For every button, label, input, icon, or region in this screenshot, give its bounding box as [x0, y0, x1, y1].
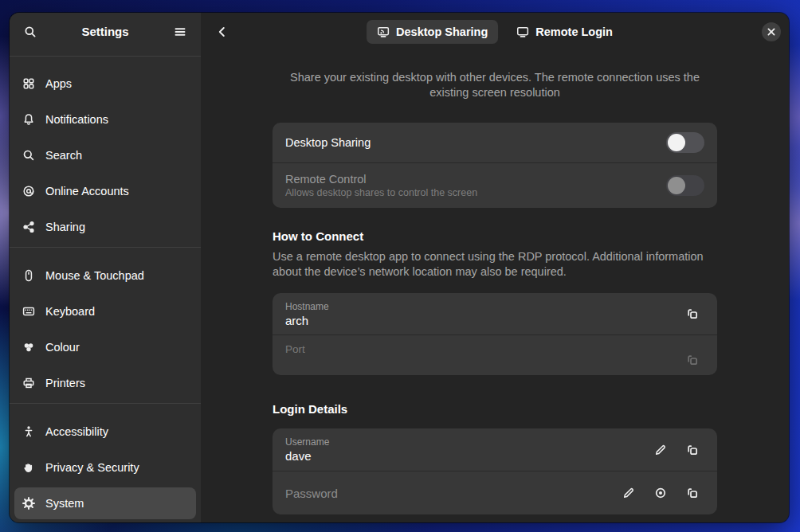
sidebar-item-label: Sharing	[45, 221, 85, 233]
chevron-left-icon	[216, 25, 229, 38]
pencil-icon	[622, 487, 635, 499]
how-to-connect-heading: How to Connect	[273, 229, 717, 243]
screen-share-icon	[377, 25, 390, 38]
remote-control-toggle	[666, 175, 704, 196]
tab-label: Remote Login	[535, 25, 613, 38]
copy-password-button[interactable]	[680, 481, 704, 505]
sidebar-item-label: Keyboard	[45, 305, 95, 318]
remote-control-subtitle: Allows desktop shares to control the scr…	[285, 187, 666, 198]
sidebar-item-keyboard[interactable]: Keyboard	[14, 295, 196, 327]
monitor-icon	[516, 25, 529, 38]
sidebar-item-label: Mouse & Touchpad	[45, 269, 144, 282]
sidebar-item-sharing[interactable]: Sharing	[14, 211, 196, 243]
copy-icon	[686, 307, 699, 320]
copy-icon	[686, 487, 699, 499]
remote-control-row: Remote Control Allows desktop shares to …	[273, 162, 717, 208]
keyboard-icon	[22, 305, 35, 318]
bell-icon	[22, 113, 35, 126]
hand-icon	[22, 461, 35, 474]
reveal-password-button[interactable]	[649, 481, 673, 505]
sidebar-title: Settings	[44, 25, 167, 38]
username-label: Username	[285, 436, 649, 448]
sidebar-item-online-accounts[interactable]: Online Accounts	[14, 175, 196, 207]
desktop-sharing-label: Desktop Sharing	[285, 136, 666, 149]
toggle-knob	[668, 134, 685, 151]
search-icon	[24, 25, 37, 38]
sidebar-item-system[interactable]: System	[14, 487, 196, 519]
sidebar-item-privacy-security[interactable]: Privacy & Security	[14, 452, 196, 483]
main-menu-button[interactable]	[167, 18, 194, 45]
sidebar-item-colour[interactable]: Colour	[14, 331, 196, 363]
accessibility-icon	[22, 425, 35, 438]
copy-port-button	[680, 348, 704, 372]
hostname-value: arch	[285, 314, 680, 327]
sidebar-list: Apps Notifications Search Online Account…	[10, 57, 201, 522]
sidebar-item-notifications[interactable]: Notifications	[14, 104, 196, 135]
how-to-connect-description: Use a remote desktop app to connect usin…	[273, 249, 717, 280]
password-row: Password	[273, 471, 717, 514]
desktop-sharing-toggle[interactable]	[666, 132, 704, 153]
toggle-knob	[668, 177, 685, 194]
login-details-heading: Login Details	[273, 402, 717, 416]
tab-remote-login[interactable]: Remote Login	[506, 20, 623, 44]
sidebar-item-label: Search	[45, 149, 82, 162]
sidebar-item-label: Notifications	[45, 113, 108, 126]
hostname-row: Hostname arch	[273, 293, 717, 334]
copy-icon	[686, 444, 699, 456]
sidebar-section-divider	[10, 247, 201, 248]
copy-icon	[686, 354, 699, 366]
copy-hostname-button[interactable]	[680, 302, 704, 326]
eye-icon	[654, 487, 667, 499]
sidebar-item-label: Online Accounts	[45, 185, 129, 198]
remote-control-label: Remote Control	[285, 173, 666, 186]
sidebar-item-printers[interactable]: Printers	[14, 367, 196, 399]
color-icon	[22, 341, 35, 354]
share-icon	[22, 221, 35, 233]
sidebar-item-label: Printers	[45, 377, 85, 389]
sidebar-item-apps[interactable]: Apps	[14, 68, 196, 100]
edit-username-button[interactable]	[649, 438, 673, 462]
sidebar-item-label: Accessibility	[45, 425, 108, 438]
at-icon	[22, 185, 35, 198]
magnifier-icon	[22, 149, 35, 162]
sidebar-item-accessibility[interactable]: Accessibility	[14, 416, 196, 448]
hamburger-icon	[174, 25, 186, 38]
header-bar: Desktop Sharing Remote Login	[201, 13, 789, 51]
content-pane: Desktop Sharing Remote Login Share your …	[201, 13, 789, 522]
login-fields-group: Username dave Password	[273, 428, 717, 514]
sidebar-item-label: Colour	[45, 341, 80, 354]
printer-icon	[22, 377, 35, 389]
back-button[interactable]	[209, 18, 236, 45]
pencil-icon	[654, 444, 667, 456]
close-button[interactable]	[762, 22, 781, 41]
desktop-sharing-row[interactable]: Desktop Sharing	[273, 123, 717, 162]
connection-fields-group: Hostname arch Port	[273, 293, 717, 375]
search-button[interactable]	[17, 18, 44, 45]
sharing-toggles-group: Desktop Sharing Remote Control Allows de…	[273, 123, 717, 208]
sidebar: Settings Apps Notifications Search Onlin	[10, 13, 201, 522]
hostname-label: Hostname	[285, 301, 680, 312]
port-placeholder: Port	[285, 343, 680, 355]
username-row: Username dave	[273, 428, 717, 471]
sidebar-item-label: Apps	[45, 77, 72, 90]
sidebar-section-divider	[10, 403, 201, 404]
username-value: dave	[285, 449, 649, 463]
sidebar-item-label: Privacy & Security	[45, 461, 139, 474]
sidebar-item-label: System	[45, 497, 84, 510]
port-row: Port	[273, 334, 717, 375]
mouse-icon	[22, 269, 35, 282]
tab-desktop-sharing[interactable]: Desktop Sharing	[367, 20, 498, 44]
sidebar-item-mouse-touchpad[interactable]: Mouse & Touchpad	[14, 260, 196, 291]
tab-label: Desktop Sharing	[396, 25, 488, 38]
view-switcher: Desktop Sharing Remote Login	[367, 20, 623, 44]
page-description: Share your existing desktop with other d…	[284, 70, 706, 100]
sidebar-item-search[interactable]: Search	[14, 139, 196, 171]
password-placeholder: Password	[285, 487, 617, 500]
copy-username-button[interactable]	[680, 438, 704, 462]
close-icon	[767, 28, 775, 36]
gear-icon	[22, 497, 35, 510]
page-scroll-area[interactable]: Share your existing desktop with other d…	[201, 51, 789, 522]
edit-password-button[interactable]	[617, 481, 641, 505]
settings-window: Settings Apps Notifications Search Onlin	[10, 13, 789, 522]
sidebar-header: Settings	[10, 13, 201, 50]
